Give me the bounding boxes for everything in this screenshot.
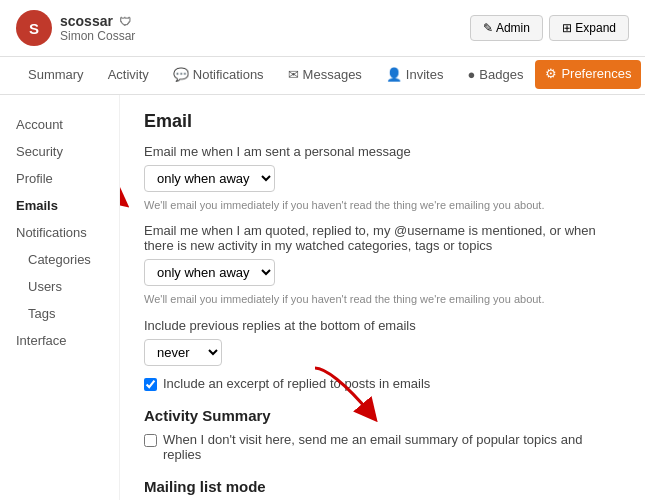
checkbox-activity-input[interactable] <box>144 434 157 447</box>
field1-label: Email me when I am sent a personal messa… <box>144 144 621 159</box>
field1-desc: We'll email you immediately if you haven… <box>144 198 621 213</box>
tab-activity[interactable]: Activity <box>96 57 161 94</box>
header: S scossar 🛡 Simon Cossar ✎ Admin ⊞ Expan… <box>0 0 645 57</box>
expand-button[interactable]: ⊞ Expand <box>549 15 629 41</box>
user-info: scossar 🛡 Simon Cossar <box>60 13 470 43</box>
notifications-icon: 💬 <box>173 67 189 82</box>
main-content: Email Email me when I am sent a personal… <box>120 95 645 500</box>
checkbox-excerpt-label: Include an excerpt of replied to posts i… <box>163 376 430 391</box>
checkbox-excerpt-input[interactable] <box>144 378 157 391</box>
field2-select[interactable]: always only when away never <box>144 259 275 286</box>
badges-icon: ● <box>467 67 475 82</box>
mailing-list-title: Mailing list mode <box>144 478 621 495</box>
sidebar-item-notifications[interactable]: Notifications <box>0 219 119 246</box>
red-arrow-1 <box>120 105 135 205</box>
tab-badges[interactable]: ● Badges <box>455 57 535 94</box>
shield-icon: 🛡 <box>119 15 131 29</box>
field3-label: Include previous replies at the bottom o… <box>144 318 621 333</box>
sidebar-item-users[interactable]: Users <box>0 273 119 300</box>
tab-messages[interactable]: ✉ Messages <box>276 57 374 94</box>
field-quoted-replied: Email me when I am quoted, replied to, m… <box>144 223 621 307</box>
tab-notifications[interactable]: 💬 Notifications <box>161 57 276 94</box>
nav-tabs: Summary Activity 💬 Notifications ✉ Messa… <box>0 57 645 95</box>
header-actions: ✎ Admin ⊞ Expand <box>470 15 629 41</box>
preferences-icon: ⚙ <box>545 66 557 81</box>
sidebar-item-account[interactable]: Account <box>0 111 119 138</box>
sidebar-item-tags[interactable]: Tags <box>0 300 119 327</box>
admin-button[interactable]: ✎ Admin <box>470 15 543 41</box>
username: scossar 🛡 <box>60 13 470 29</box>
field-personal-message: Email me when I am sent a personal messa… <box>144 144 621 213</box>
display-name: Simon Cossar <box>60 29 470 43</box>
checkbox-activity-summary: When I don't visit here, send me an emai… <box>144 432 621 462</box>
sidebar: Account Security Profile Emails Notifica… <box>0 95 120 500</box>
messages-icon: ✉ <box>288 67 299 82</box>
checkbox-excerpt: Include an excerpt of replied to posts i… <box>144 376 621 391</box>
avatar: S <box>16 10 52 46</box>
sidebar-item-categories[interactable]: Categories <box>0 246 119 273</box>
sidebar-item-interface[interactable]: Interface <box>0 327 119 354</box>
field2-label: Email me when I am quoted, replied to, m… <box>144 223 621 253</box>
tab-invites[interactable]: 👤 Invites <box>374 57 456 94</box>
invites-icon: 👤 <box>386 67 402 82</box>
field-previous-replies: Include previous replies at the bottom o… <box>144 318 621 368</box>
layout: Account Security Profile Emails Notifica… <box>0 95 645 500</box>
field3-select[interactable]: always never daily weekly <box>144 339 222 366</box>
field2-desc: We'll email you immediately if you haven… <box>144 292 621 307</box>
email-section-title: Email <box>144 111 621 132</box>
activity-summary-title: Activity Summary <box>144 407 621 424</box>
sidebar-item-security[interactable]: Security <box>0 138 119 165</box>
field1-select[interactable]: always only when away never <box>144 165 275 192</box>
checkbox-activity-label: When I don't visit here, send me an emai… <box>163 432 621 462</box>
tab-summary[interactable]: Summary <box>16 57 96 94</box>
tab-preferences[interactable]: ⚙ Preferences <box>535 60 641 89</box>
sidebar-item-emails[interactable]: Emails <box>0 192 119 219</box>
sidebar-item-profile[interactable]: Profile <box>0 165 119 192</box>
